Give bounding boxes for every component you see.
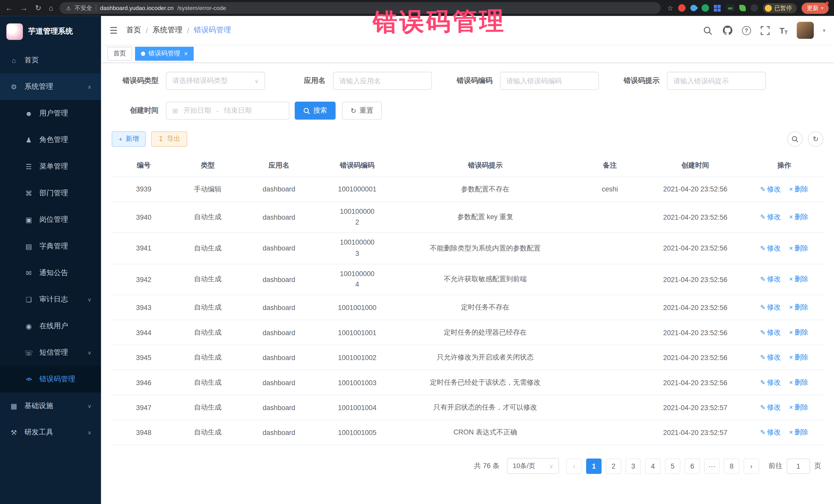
update-button[interactable]: 更新 ▾ bbox=[802, 2, 829, 14]
back-icon[interactable]: ← bbox=[5, 4, 13, 12]
delete-link[interactable]: ×删除 bbox=[789, 403, 808, 412]
page-button-6[interactable]: 6 bbox=[685, 458, 700, 474]
error-type-select[interactable]: 请选择错误码类型 ∨ bbox=[166, 72, 265, 90]
delete-link[interactable]: ×删除 bbox=[789, 378, 808, 387]
logo[interactable]: 芋道管理系统 bbox=[0, 16, 101, 47]
delete-link[interactable]: ×删除 bbox=[789, 213, 808, 222]
paused-badge[interactable]: 已暂停 bbox=[763, 3, 797, 13]
fullscreen-icon[interactable] bbox=[760, 25, 770, 36]
edit-link[interactable]: ✎修改 bbox=[760, 243, 781, 253]
delete-link[interactable]: ×删除 bbox=[789, 353, 808, 363]
hamburger-icon[interactable]: ☰ bbox=[110, 25, 118, 36]
sidebar-item-system-management[interactable]: ⚙ 系统管理 ∧ bbox=[0, 73, 101, 100]
error-type-label: 错误码类型 bbox=[112, 76, 158, 85]
edit-link[interactable]: ✎修改 bbox=[760, 184, 781, 194]
col-id: 编号 bbox=[112, 154, 176, 177]
sidebar-item-notice[interactable]: ✉ 通知公告 bbox=[0, 259, 101, 286]
toggle-search-button[interactable] bbox=[787, 131, 803, 147]
address-bar[interactable]: ⚠ 不安全 dashboard.yudao.iocoder.cn/system/… bbox=[60, 2, 661, 14]
delete-link[interactable]: ×删除 bbox=[789, 428, 808, 437]
post-icon: ▣ bbox=[24, 216, 33, 223]
sidebar-item-user-management[interactable]: ☻ 用户管理 bbox=[0, 100, 101, 127]
prev-page-button[interactable]: ‹ bbox=[566, 458, 582, 474]
delete-link[interactable]: ×删除 bbox=[789, 243, 808, 253]
font-size-icon[interactable]: TT bbox=[780, 26, 788, 35]
sidebar-item-post-management[interactable]: ▣ 岗位管理 bbox=[0, 206, 101, 233]
avatar[interactable] bbox=[797, 22, 814, 39]
breadcrumb-home[interactable]: 首页 bbox=[126, 25, 141, 35]
reset-button[interactable]: ↻ 重置 bbox=[342, 102, 382, 119]
sidebar-item-error-code-management[interactable]: </> 错误码管理 bbox=[0, 366, 101, 393]
chevron-down-icon: ∨ bbox=[88, 350, 91, 356]
edit-link[interactable]: ✎修改 bbox=[760, 353, 781, 363]
reload-icon[interactable]: ↻ bbox=[35, 4, 41, 12]
delete-link[interactable]: ×删除 bbox=[789, 275, 808, 284]
sidebar-item-home[interactable]: ⌂ 首页 bbox=[0, 47, 101, 73]
forward-icon[interactable]: → bbox=[20, 4, 28, 12]
extension-on-badge-icon[interactable]: on bbox=[726, 4, 734, 12]
edit-link[interactable]: ✎修改 bbox=[760, 303, 781, 312]
table-toolbar: + 新增 ↧ 导出 ↻ bbox=[112, 131, 823, 147]
extension-drop-icon[interactable] bbox=[689, 4, 698, 13]
caret-down-icon[interactable]: ▾ bbox=[823, 27, 825, 34]
infra-icon: ▦ bbox=[9, 402, 18, 410]
add-button[interactable]: + 新增 bbox=[112, 131, 146, 147]
search-button[interactable]: 搜索 bbox=[294, 102, 336, 119]
search-icon[interactable] bbox=[702, 25, 713, 36]
sidebar-item-dept-management[interactable]: ⌘ 部门管理 bbox=[0, 180, 101, 206]
edit-link[interactable]: ✎修改 bbox=[760, 403, 781, 412]
error-code-input[interactable] bbox=[500, 72, 599, 90]
github-icon[interactable] bbox=[722, 25, 733, 36]
browser-home-icon[interactable]: ⌂ bbox=[49, 4, 53, 12]
edit-link[interactable]: ✎修改 bbox=[760, 378, 781, 387]
edit-link[interactable]: ✎修改 bbox=[760, 275, 781, 284]
error-hint-input[interactable] bbox=[667, 72, 766, 90]
delete-link[interactable]: ×删除 bbox=[789, 303, 808, 312]
sidebar-item-menu-management[interactable]: ☰ 菜单管理 bbox=[0, 153, 101, 180]
extension-dark-icon[interactable] bbox=[751, 4, 758, 12]
sidebar-item-audit-log[interactable]: ❏ 审计日志 ∨ bbox=[0, 286, 101, 313]
page-button-5[interactable]: 5 bbox=[665, 458, 680, 474]
online-icon: ◉ bbox=[24, 322, 33, 330]
browser-chrome: ← → ↻ ⌂ ⚠ 不安全 dashboard.yudao.iocoder.cn… bbox=[0, 0, 834, 16]
page-size-select[interactable]: 10条/页 ∨ bbox=[507, 458, 559, 474]
page-button-4[interactable]: 4 bbox=[645, 458, 660, 474]
sidebar-item-role-management[interactable]: ♟ 角色管理 bbox=[0, 127, 101, 153]
bookmark-star-icon[interactable]: ☆ bbox=[667, 4, 673, 12]
close-icon[interactable]: × bbox=[184, 50, 188, 57]
sidebar-item-sms-management[interactable]: ☏ 短信管理 ∨ bbox=[0, 339, 101, 366]
create-time-range-picker[interactable]: ⊞ 开始日期 - 结束日期 bbox=[166, 102, 289, 119]
sidebar-item-dict-management[interactable]: ▤ 字典管理 bbox=[0, 233, 101, 260]
extension-leaf-icon[interactable] bbox=[739, 5, 746, 11]
sidebar-item-label: 部门管理 bbox=[39, 188, 68, 198]
extension-green-icon[interactable] bbox=[702, 4, 709, 12]
sidebar-item-dev-tools[interactable]: ⚒ 研发工具 ∨ bbox=[0, 419, 101, 446]
sidebar-item-infrastructure[interactable]: ▦ 基础设施 ∨ bbox=[0, 393, 101, 419]
page-button-3[interactable]: 3 bbox=[626, 458, 641, 474]
tab-home[interactable]: 首页 bbox=[108, 46, 132, 60]
app-name-input[interactable] bbox=[333, 72, 432, 90]
edit-link[interactable]: ✎修改 bbox=[760, 328, 781, 337]
next-page-button[interactable]: › bbox=[744, 458, 759, 474]
page-button-1[interactable]: 1 bbox=[586, 458, 601, 474]
edit-link[interactable]: ✎修改 bbox=[760, 213, 781, 222]
active-tab-dot bbox=[141, 51, 145, 56]
delete-link[interactable]: ×删除 bbox=[789, 328, 808, 337]
tab-error-code-management[interactable]: 错误码管理 × bbox=[135, 46, 194, 60]
export-button[interactable]: ↧ 导出 bbox=[151, 131, 187, 147]
refresh-icon: ↻ bbox=[351, 107, 356, 115]
page-button-8[interactable]: 8 bbox=[724, 458, 739, 474]
sidebar-item-online-users[interactable]: ◉ 在线用户 bbox=[0, 313, 101, 339]
extension-grid-icon[interactable] bbox=[714, 4, 721, 12]
page-button-2[interactable]: 2 bbox=[606, 458, 621, 474]
goto-page-input[interactable] bbox=[787, 458, 810, 474]
extension-red-icon[interactable] bbox=[678, 4, 686, 12]
breadcrumb-section[interactable]: 系统管理 bbox=[153, 25, 182, 35]
edit-link[interactable]: ✎修改 bbox=[760, 428, 781, 437]
help-icon[interactable]: ? bbox=[742, 26, 751, 35]
refresh-table-button[interactable]: ↻ bbox=[808, 131, 823, 147]
filter-row-1: 错误码类型 请选择错误码类型 ∨ 应用名 错误码编码 bbox=[112, 72, 823, 90]
page-ellipsis-button[interactable]: ··· bbox=[704, 458, 720, 474]
table-row: 3939 手动编辑 dashboard 1001000001 参数配置不存在 c… bbox=[112, 177, 823, 201]
delete-link[interactable]: ×删除 bbox=[789, 184, 808, 194]
